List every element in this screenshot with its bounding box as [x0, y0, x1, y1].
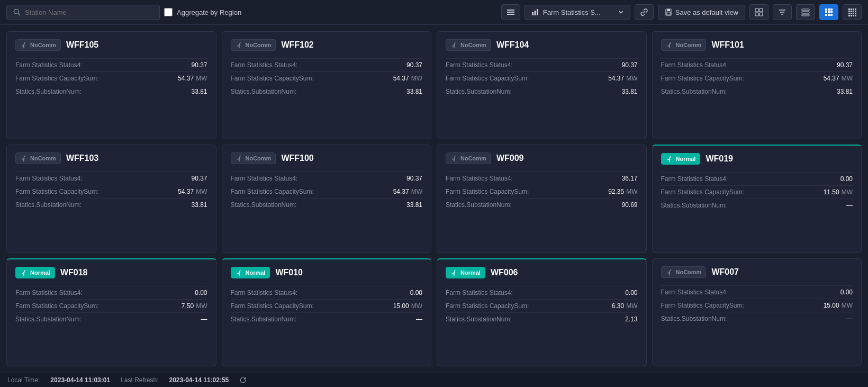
- station-card[interactable]: NoComm WFF105 Farm Statistics Status4: 9…: [6, 31, 216, 139]
- card-stat-value: 54.37MW: [178, 75, 207, 82]
- aggregate-region-checkbox[interactable]: Aggregate by Region: [164, 8, 241, 16]
- svg-rect-2: [507, 10, 514, 11]
- svg-rect-23: [830, 8, 833, 11]
- svg-rect-19: [802, 12, 809, 13]
- save-default-view-button[interactable]: Save as default view: [658, 5, 745, 20]
- filter-button[interactable]: [773, 4, 792, 20]
- card-stat-label: Statics.SubstationNum:: [231, 316, 297, 323]
- card-stat-row: Farm Statistics Status4: 90.37: [231, 172, 423, 185]
- card-header: NoComm WFF100: [231, 152, 423, 164]
- station-name: WF006: [491, 268, 518, 277]
- card-stat-label: Farm Statistics Status4:: [15, 175, 83, 182]
- list-compact-button[interactable]: [796, 4, 815, 20]
- station-card[interactable]: NoComm WFF104 Farm Statistics Status4: 9…: [437, 31, 647, 139]
- card-stat-value: 0.00: [840, 175, 853, 183]
- station-card[interactable]: Normal WF018 Farm Statistics Status4: 0.…: [6, 258, 216, 366]
- svg-rect-37: [855, 11, 856, 12]
- station-card[interactable]: NoComm WFF102 Farm Statistics Status4: 9…: [222, 31, 432, 139]
- card-stat-row: Farm Statistics Status4: 0.00: [15, 286, 207, 299]
- svg-rect-11: [755, 8, 758, 12]
- card-stat-label: Statics.SubstationNum:: [15, 316, 82, 323]
- card-stat-value: 2.13: [625, 316, 637, 323]
- card-stat-value: 90.69: [621, 201, 637, 209]
- status-badge: Normal: [15, 267, 55, 278]
- aggregate-region-input[interactable]: [164, 8, 173, 16]
- status-badge: Normal: [446, 267, 485, 278]
- card-stat-label: Farm Statistics CapacitySum:: [231, 188, 314, 195]
- card-stat-row: Farm Statistics CapacitySum: 54.37MW: [231, 185, 423, 198]
- card-stat-value: 0.00: [195, 289, 207, 296]
- station-name: WFF104: [496, 40, 529, 50]
- card-header: Normal WF018: [15, 267, 207, 278]
- station-card[interactable]: Normal WF006 Farm Statistics Status4: 0.…: [437, 258, 647, 366]
- card-stat-row: Farm Statistics Status4: 90.37: [15, 58, 207, 71]
- card-stat-value: 90.37: [191, 175, 207, 182]
- search-input[interactable]: [25, 8, 153, 16]
- card-stat-row: Statics.SubstationNum: —: [661, 312, 853, 325]
- card-stat-row: Farm Statistics Status4: 90.37: [15, 172, 207, 185]
- card-header: NoComm WFF104: [446, 39, 638, 51]
- svg-rect-35: [851, 11, 852, 12]
- card-stat-label: Farm Statistics CapacitySum:: [446, 75, 529, 82]
- status-badge: NoComm: [231, 152, 276, 164]
- svg-rect-29: [830, 14, 833, 16]
- status-text: NoComm: [246, 42, 272, 48]
- card-stat-value: 90.37: [837, 61, 853, 69]
- station-card[interactable]: NoComm WF009 Farm Statistics Status4: 36…: [437, 145, 647, 253]
- card-stat-row: Farm Statistics Status4: 0.00: [661, 285, 853, 299]
- status-badge: NoComm: [661, 266, 707, 278]
- link-icon: [640, 8, 648, 16]
- station-card[interactable]: NoComm WFF101 Farm Statistics Status4: 9…: [652, 31, 862, 139]
- list-view-button[interactable]: [501, 4, 520, 20]
- save-button-label: Save as default view: [675, 8, 738, 16]
- aggregate-region-label: Aggregate by Region: [177, 8, 241, 16]
- last-refresh-label: Last Refresh:: [121, 376, 158, 384]
- status-text: Normal: [460, 269, 481, 276]
- card-stat-label: Farm Statistics CapacitySum:: [661, 75, 744, 82]
- search-box[interactable]: [6, 5, 160, 20]
- card-stat-label: Farm Statistics Status4:: [231, 289, 298, 296]
- svg-rect-3: [507, 12, 514, 13]
- status-badge: Normal: [661, 153, 701, 165]
- svg-rect-28: [828, 14, 830, 16]
- cards-grid: NoComm WFF105 Farm Statistics Status4: 9…: [0, 25, 868, 373]
- card-stat-label: Statics.SubstationNum:: [446, 201, 512, 209]
- card-stat-row: Statics.SubstationNum: 33.81: [446, 85, 638, 98]
- grid-small-button[interactable]: [749, 4, 768, 20]
- station-card[interactable]: Normal WF010 Farm Statistics Status4: 0.…: [222, 258, 432, 366]
- svg-rect-34: [848, 11, 850, 12]
- card-stat-row: Farm Statistics CapacitySum: 54.37MW: [661, 71, 853, 85]
- station-card[interactable]: NoComm WFF100 Farm Statistics Status4: 9…: [222, 145, 432, 253]
- svg-rect-20: [802, 14, 809, 16]
- station-name: WFF102: [281, 40, 313, 50]
- card-stat-value: 54.37MW: [178, 188, 207, 195]
- status-text: NoComm: [676, 42, 702, 48]
- svg-rect-21: [825, 8, 827, 11]
- link-button[interactable]: [635, 4, 654, 20]
- station-card[interactable]: Normal WF019 Farm Statistics Status4: 0.…: [652, 145, 862, 253]
- last-refresh-value: 2023-04-14 11:02:55: [169, 376, 229, 384]
- status-badge: NoComm: [15, 39, 61, 51]
- status-text: NoComm: [676, 269, 702, 275]
- svg-rect-13: [755, 13, 758, 16]
- station-card[interactable]: NoComm WF007 Farm Statistics Status4: 0.…: [652, 258, 862, 366]
- card-stat-label: Farm Statistics Status4:: [15, 61, 83, 69]
- station-card[interactable]: NoComm WFF103 Farm Statistics Status4: 9…: [6, 145, 216, 253]
- card-stat-label: Farm Statistics Status4:: [15, 289, 83, 296]
- station-name: WF010: [275, 268, 303, 277]
- card-stat-value: 92.35MW: [608, 188, 637, 195]
- card-stat-value: 33.81: [621, 88, 637, 95]
- card-stat-label: Farm Statistics CapacitySum:: [446, 188, 529, 195]
- farm-statistics-dropdown[interactable]: Farm Statistics S...: [525, 5, 630, 20]
- card-stat-label: Farm Statistics CapacitySum:: [661, 188, 744, 196]
- grid-view-button[interactable]: [819, 4, 838, 20]
- card-header: Normal WF019: [661, 153, 853, 165]
- card-stat-row: Statics.SubstationNum: 33.81: [15, 85, 207, 98]
- dense-grid-button[interactable]: [843, 4, 862, 20]
- card-stat-row: Farm Statistics CapacitySum: 6.30MW: [446, 299, 638, 312]
- card-stat-label: Farm Statistics Status4:: [231, 61, 298, 69]
- toolbar: Aggregate by Region Farm Statistics S...: [0, 0, 868, 25]
- card-stat-value: 33.81: [406, 88, 422, 95]
- card-stat-row: Farm Statistics CapacitySum: 7.50MW: [15, 299, 207, 312]
- station-name: WFF101: [711, 40, 744, 50]
